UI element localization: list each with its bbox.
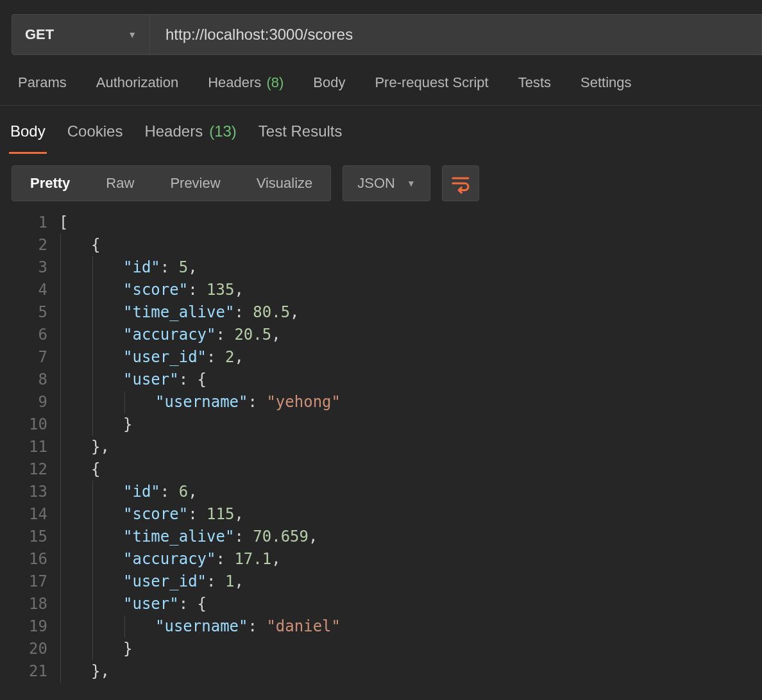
word-wrap-icon	[450, 173, 471, 194]
line-number: 6	[0, 324, 47, 346]
line-number: 19	[0, 615, 47, 638]
line-number: 13	[0, 481, 47, 503]
request-url-value: http://localhost:3000/scores	[165, 26, 353, 44]
line-number: 1	[0, 212, 47, 234]
line-number: 7	[0, 346, 47, 369]
response-body-editor[interactable]: 123456789101112131415161718192021 [{"id"…	[0, 209, 762, 683]
code-line: {	[59, 458, 762, 481]
request-url-input[interactable]: http://localhost:3000/scores	[150, 14, 762, 55]
code-line: "username": "daniel"	[59, 615, 762, 638]
code-line: },	[59, 660, 762, 683]
code-line: }	[59, 413, 762, 436]
chevron-down-icon: ▼	[128, 29, 137, 40]
code-line: "username": "yehong"	[59, 391, 762, 413]
response-tab-cookies[interactable]: Cookies	[66, 120, 124, 154]
line-number: 9	[0, 391, 47, 413]
response-tab-body[interactable]: Body	[9, 120, 47, 154]
code-line: "accuracy": 17.1,	[59, 548, 762, 571]
view-mode-raw[interactable]: Raw	[88, 166, 152, 201]
response-tab-headers[interactable]: Headers (13)	[143, 120, 237, 154]
tab-body[interactable]: Body	[313, 74, 345, 91]
line-number: 15	[0, 526, 47, 548]
code-line: "score": 135,	[59, 279, 762, 301]
code-line: "score": 115,	[59, 503, 762, 526]
view-mode-preview[interactable]: Preview	[152, 166, 238, 201]
line-number: 2	[0, 234, 47, 256]
response-format-value: JSON	[357, 175, 395, 192]
line-number: 11	[0, 436, 47, 458]
request-headers-count: (8)	[266, 74, 284, 91]
line-number: 20	[0, 638, 47, 660]
code-line: "user_id": 2,	[59, 346, 762, 369]
tab-params[interactable]: Params	[18, 74, 67, 91]
code-line: "time_alive": 80.5,	[59, 301, 762, 324]
code-line: },	[59, 436, 762, 458]
line-number: 4	[0, 279, 47, 301]
code-lines: [{"id": 5,"score": 135,"time_alive": 80.…	[59, 212, 762, 683]
word-wrap-button[interactable]	[442, 165, 479, 201]
view-mode-visualize[interactable]: Visualize	[239, 166, 331, 201]
tab-headers[interactable]: Headers (8)	[208, 74, 284, 91]
code-line: "id": 5,	[59, 256, 762, 279]
code-line: "id": 6,	[59, 481, 762, 503]
line-number: 14	[0, 503, 47, 526]
response-view-controls: Pretty Raw Preview Visualize JSON ▼	[0, 154, 762, 209]
code-line: }	[59, 638, 762, 660]
line-number: 8	[0, 369, 47, 391]
code-line: "user": {	[59, 593, 762, 615]
response-tabs: Body Cookies Headers (13) Test Results	[0, 106, 762, 154]
code-line: {	[59, 234, 762, 256]
tab-settings[interactable]: Settings	[580, 74, 632, 91]
code-line: "time_alive": 70.659,	[59, 526, 762, 548]
request-tabs: Params Authorization Headers (8) Body Pr…	[0, 55, 762, 106]
request-url-bar: GET ▼ http://localhost:3000/scores	[0, 0, 762, 55]
code-line: "accuracy": 20.5,	[59, 324, 762, 346]
line-number: 10	[0, 413, 47, 436]
code-line: [	[59, 212, 762, 234]
line-number: 17	[0, 571, 47, 593]
line-number-gutter: 123456789101112131415161718192021	[0, 212, 59, 683]
http-method-select[interactable]: GET ▼	[12, 14, 150, 55]
tab-prerequest-script[interactable]: Pre-request Script	[375, 74, 488, 91]
line-number: 3	[0, 256, 47, 279]
code-line: "user_id": 1,	[59, 571, 762, 593]
tab-tests[interactable]: Tests	[518, 74, 551, 91]
response-headers-count: (13)	[209, 122, 237, 142]
view-mode-pretty[interactable]: Pretty	[12, 166, 88, 201]
line-number: 16	[0, 548, 47, 571]
http-method-value: GET	[25, 26, 54, 43]
response-tab-test-results[interactable]: Test Results	[257, 120, 344, 154]
code-line: "user": {	[59, 369, 762, 391]
line-number: 5	[0, 301, 47, 324]
tab-authorization[interactable]: Authorization	[96, 74, 178, 91]
line-number: 18	[0, 593, 47, 615]
line-number: 12	[0, 458, 47, 481]
view-mode-segment: Pretty Raw Preview Visualize	[12, 165, 331, 201]
response-format-select[interactable]: JSON ▼	[343, 165, 430, 201]
line-number: 21	[0, 660, 47, 683]
chevron-down-icon: ▼	[407, 178, 416, 188]
